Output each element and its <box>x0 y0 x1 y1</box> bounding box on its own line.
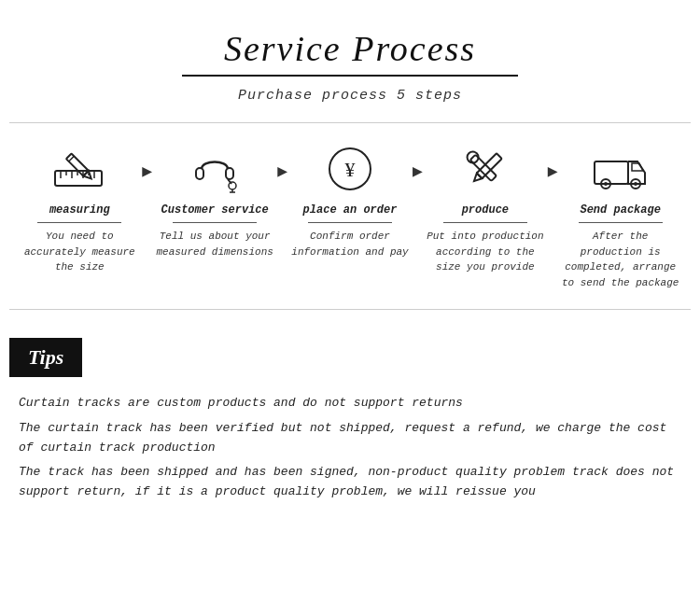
step-measuring-desc: You need to accurately measure the size <box>19 229 140 275</box>
svg-rect-23 <box>595 161 628 184</box>
svg-marker-9 <box>84 171 94 181</box>
step-send-package-underline <box>579 222 663 223</box>
svg-point-25 <box>604 182 608 186</box>
step-send-package-title: Send package <box>580 203 660 217</box>
svg-point-27 <box>634 182 637 186</box>
svg-marker-22 <box>471 174 482 184</box>
step-send-package: Send package After the production is com… <box>560 142 681 290</box>
step-produce-desc: Put into production according to the siz… <box>425 229 546 275</box>
process-section: measuring You need to accurately measure… <box>9 122 691 310</box>
step-place-order-title: place an order <box>303 203 398 217</box>
tips-list: Curtain tracks are custom products and d… <box>9 394 691 502</box>
step-produce-underline <box>443 222 527 223</box>
tips-item-2: The curtain track has been verified but … <box>19 419 681 458</box>
tips-item-3: The track has been shipped and has been … <box>19 463 681 502</box>
svg-rect-12 <box>226 168 233 179</box>
step-measuring: measuring You need to accurately measure… <box>19 142 140 275</box>
customer-service-icon <box>182 142 247 198</box>
arrow-4: ▶ <box>546 161 560 181</box>
arrow-3: ▶ <box>411 161 425 181</box>
tips-item-1: Curtain tracks are custom products and d… <box>19 394 681 413</box>
svg-text:¥: ¥ <box>345 158 356 181</box>
produce-icon <box>453 142 518 198</box>
step-produce: produce Put into production according to… <box>425 142 546 275</box>
tips-section: Tips Curtain tracks are custom products … <box>9 338 691 502</box>
send-package-icon <box>588 142 653 198</box>
step-send-package-desc: After the production is completed, arran… <box>560 229 681 290</box>
measuring-icon <box>47 142 112 198</box>
svg-point-14 <box>229 182 236 189</box>
arrow-2: ▶ <box>275 161 289 181</box>
step-customer-service-title: Customer service <box>161 203 269 217</box>
step-customer-service-underline <box>173 222 257 223</box>
page-title: Service Process <box>0 28 700 69</box>
service-header: Service Process Purchase process 5 steps <box>0 0 700 122</box>
step-measuring-underline <box>37 222 121 223</box>
step-customer-service: Customer service Tell us about your meas… <box>154 142 275 259</box>
tips-badge: Tips <box>9 338 82 377</box>
svg-line-10 <box>69 156 75 161</box>
step-produce-title: produce <box>462 203 509 217</box>
subtitle: Purchase process 5 steps <box>0 88 700 104</box>
step-customer-service-desc: Tell us about your measured dimensions <box>154 229 275 259</box>
arrow-1: ▶ <box>140 161 154 181</box>
svg-rect-21 <box>477 153 502 178</box>
step-place-order-underline <box>308 222 392 223</box>
place-order-icon: ¥ <box>317 142 383 198</box>
svg-rect-11 <box>196 168 203 179</box>
step-measuring-title: measuring <box>49 203 110 217</box>
process-steps: measuring You need to accurately measure… <box>19 142 681 290</box>
step-place-order-desc: Confirm order information and pay <box>289 229 411 259</box>
step-place-order: ¥ place an order Confirm order informati… <box>289 142 411 259</box>
title-underline <box>182 75 518 77</box>
